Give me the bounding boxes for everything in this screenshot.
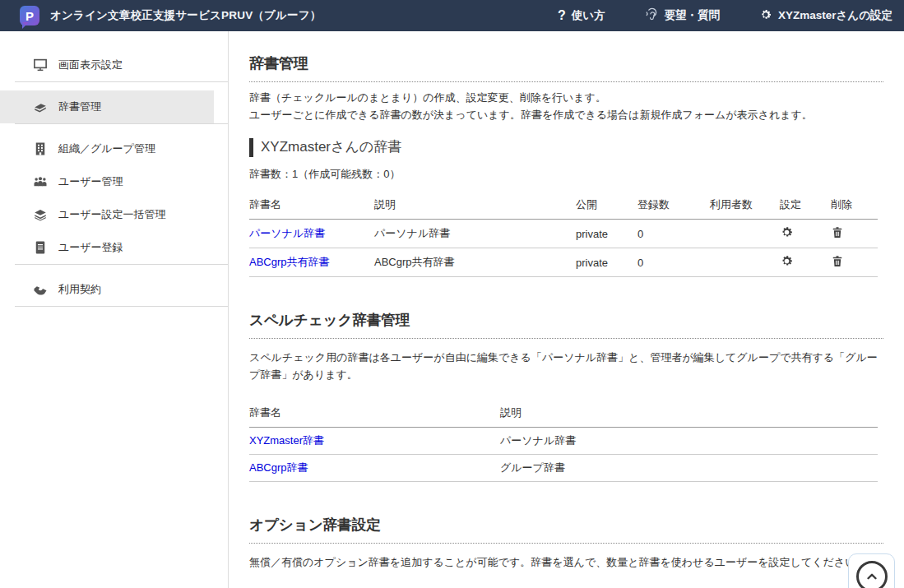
sidebar-item-label: ユーザー管理 — [58, 174, 123, 189]
table-row: ABCgrp共有辞書 ABCgrp共有辞書 private 0 — [249, 248, 878, 277]
nav-user-settings[interactable]: XYZmasterさんの設定 — [759, 8, 892, 24]
table-row: ABCgrp辞書 グループ辞書 — [249, 454, 878, 481]
dictionary-description: パーソナル辞書 — [500, 427, 878, 454]
document-icon — [33, 240, 48, 255]
nav-help[interactable]: ? 使い方 — [558, 8, 605, 23]
sidebar-item-user-management[interactable]: ユーザー管理 — [0, 165, 228, 198]
dictionary-visibility: private — [576, 248, 637, 277]
dictionary-link[interactable]: ABCgrp共有辞書 — [249, 256, 330, 268]
sidebar-item-label: ユーザー登録 — [58, 240, 123, 255]
spellcheck-section-title: スペルチェック辞書管理 — [249, 310, 883, 339]
col-header-settings: 設定 — [780, 192, 831, 220]
intro-line: 辞書（チェックルールのまとまり）の作成、設定変更、削除を行います。 — [249, 89, 883, 106]
sidebar: 画面表示設定 辞書管理 組織／グループ管理 — [0, 31, 229, 588]
scroll-to-top-button[interactable] — [848, 553, 895, 588]
user-dictionaries-title: XYZmasterさんの辞書 — [249, 138, 883, 157]
table-row: XYZmaster辞書 パーソナル辞書 — [249, 427, 878, 454]
dictionary-description: パーソナル辞書 — [374, 220, 576, 248]
sidebar-item-group-management[interactable]: 組織／グループ管理 — [0, 132, 228, 165]
sidebar-item-usage-contract[interactable]: 利用契約 — [0, 273, 228, 306]
sidebar-item-label: ユーザー設定一括管理 — [58, 207, 166, 222]
top-nav: ? 使い方 要望・質問 XYZmasterさんの設定 — [558, 7, 892, 24]
intro-text: 辞書（チェックルールのまとまり）の作成、設定変更、削除を行います。 ユーザーごと… — [249, 89, 883, 123]
sidebar-item-user-settings-bulk[interactable]: ユーザー設定一括管理 — [0, 198, 228, 231]
question-icon: ? — [558, 8, 566, 23]
nav-feedback-label: 要望・質問 — [665, 8, 721, 23]
delete-trash-icon[interactable] — [831, 254, 844, 268]
handshake-icon — [33, 282, 48, 297]
col-header-delete: 削除 — [831, 192, 878, 220]
col-header-description: 説明 — [374, 192, 576, 220]
sidebar-item-display-settings[interactable]: 画面表示設定 — [0, 49, 228, 81]
dictionary-visibility: private — [576, 220, 637, 248]
spellcheck-section-description: スペルチェック用の辞書は各ユーザーが自由に編集できる「パーソナル辞書」と、管理者… — [249, 349, 883, 384]
app-title: オンライン文章校正支援サービスPRUV（プルーフ） — [50, 8, 322, 23]
building-icon — [33, 141, 48, 156]
option-section-title: オプション辞書設定 — [249, 515, 883, 544]
dictionary-entry-count: 0 — [637, 220, 710, 248]
sidebar-item-label: 画面表示設定 — [58, 58, 123, 72]
col-header-visibility: 公開 — [576, 192, 637, 220]
spellcheck-dictionaries-table: 辞書名 説明 XYZmaster辞書 パーソナル辞書 ABCgrp辞書 グループ… — [249, 400, 878, 482]
main-content: 辞書管理 辞書（チェックルールのまとまり）の作成、設定変更、削除を行います。 ユ… — [229, 31, 904, 588]
book-icon — [33, 100, 48, 114]
layers-icon — [33, 207, 48, 222]
dictionary-entry-count: 0 — [637, 248, 710, 277]
dictionary-link[interactable]: パーソナル辞書 — [249, 227, 325, 239]
chevron-up-icon — [856, 561, 888, 588]
top-bar: P オンライン文章校正支援サービスPRUV（プルーフ） ? 使い方 要望・質問 — [0, 0, 904, 31]
nav-help-label: 使い方 — [572, 8, 605, 23]
nav-feedback[interactable]: 要望・質問 — [645, 7, 721, 24]
app-logo: P — [20, 6, 39, 25]
option-section-description: 無償／有償のオプション辞書を追加することが可能です。辞書を選んで、数量と辞書を使… — [249, 553, 883, 571]
table-row: パーソナル辞書 パーソナル辞書 private 0 — [249, 220, 878, 248]
delete-trash-icon[interactable] — [831, 225, 844, 239]
gear-icon — [759, 8, 772, 24]
sidebar-item-dictionary-management[interactable]: 辞書管理 — [0, 90, 214, 123]
sidebar-item-label: 組織／グループ管理 — [58, 141, 155, 156]
settings-gear-icon[interactable] — [780, 225, 794, 239]
dictionary-link[interactable]: ABCgrp辞書 — [249, 461, 308, 474]
dictionary-user-count — [710, 248, 780, 277]
dictionary-description: ABCgrp共有辞書 — [374, 248, 576, 277]
dictionary-count: 辞書数：1（作成可能残数：0） — [249, 167, 883, 182]
divider — [15, 306, 228, 307]
settings-gear-icon[interactable] — [780, 254, 794, 268]
dictionary-link[interactable]: XYZmaster辞書 — [249, 434, 324, 447]
dictionary-description: グループ辞書 — [500, 454, 878, 481]
dictionary-user-count — [710, 220, 780, 248]
page-title: 辞書管理 — [249, 53, 883, 82]
table-header-row: 辞書名 説明 — [249, 400, 878, 428]
col-header-name: 辞書名 — [249, 192, 374, 220]
logo-letter: P — [25, 9, 34, 23]
col-header-name: 辞書名 — [249, 400, 500, 428]
user-dictionaries-table: 辞書名 説明 公開 登録数 利用者数 設定 削除 パーソナル辞書 パーソナル辞書… — [249, 192, 878, 277]
intro-line: ユーザーごとに作成できる辞書の数が決まっています。辞書を作成できる場合は新規作成… — [249, 106, 883, 123]
nav-user-settings-label: XYZmasterさんの設定 — [778, 8, 892, 23]
sidebar-item-user-registration[interactable]: ユーザー登録 — [0, 231, 228, 264]
monitor-icon — [33, 58, 48, 72]
ear-icon — [645, 7, 659, 24]
col-header-entry-count: 登録数 — [637, 192, 710, 220]
users-icon — [33, 174, 48, 189]
col-header-description: 説明 — [500, 400, 878, 428]
col-header-user-count: 利用者数 — [710, 192, 780, 220]
sidebar-item-label: 利用契約 — [58, 282, 101, 297]
table-header-row: 辞書名 説明 公開 登録数 利用者数 設定 削除 — [249, 192, 878, 220]
sidebar-item-label: 辞書管理 — [58, 100, 101, 114]
